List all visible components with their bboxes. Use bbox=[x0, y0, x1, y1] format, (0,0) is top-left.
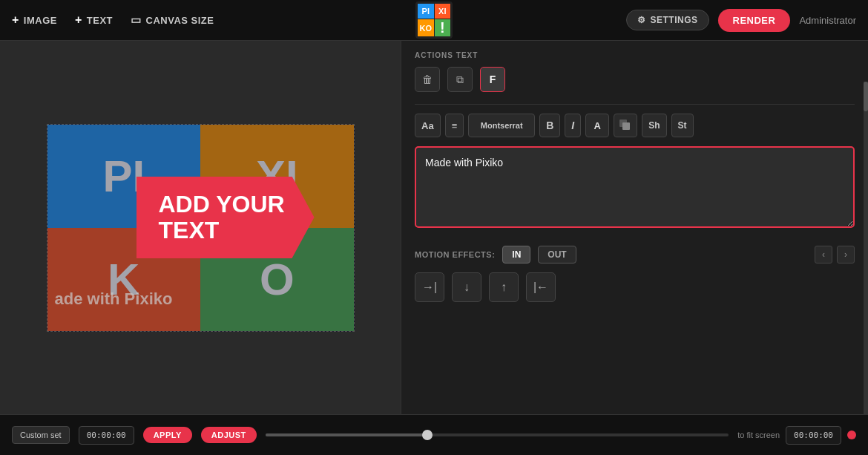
zoom-label: to fit screen bbox=[737, 431, 780, 439]
time-display-2: 00:00:00 bbox=[786, 426, 841, 445]
right-scrollbar[interactable] bbox=[864, 82, 868, 414]
header-right: ⚙ SETTINGS RENDER Administrator bbox=[626, 9, 856, 32]
gear-icon: ⚙ bbox=[637, 15, 646, 25]
italic-button[interactable]: I bbox=[565, 114, 581, 137]
motion-in-tab[interactable]: IN bbox=[502, 246, 530, 263]
plus-icon: + bbox=[12, 13, 19, 27]
actions-text-label: ACTIONS TEXT bbox=[415, 51, 855, 59]
filter-button[interactable]: F bbox=[480, 67, 505, 92]
canvas-size-label: CANVAS SIZE bbox=[146, 15, 214, 26]
right-panel: ACTIONS TEXT 🗑 ⧉ F Aa ≡ Montserrat B I A bbox=[401, 41, 868, 414]
logo-cell-xi: XI bbox=[435, 4, 451, 19]
bg-color-button[interactable] bbox=[614, 114, 637, 137]
callout-line1: ADD YOUR bbox=[159, 192, 292, 217]
motion-section: MOTION EFFECTS: IN OUT ‹ › →| ↓ ↑ |← bbox=[415, 246, 855, 302]
timeline-track[interactable] bbox=[266, 433, 729, 436]
divider-1 bbox=[415, 104, 855, 105]
canvas-size-button[interactable]: ▭ CANVAS SIZE bbox=[131, 13, 214, 27]
admin-label: Administrator bbox=[799, 15, 856, 26]
motion-arrows: ‹ › bbox=[815, 246, 855, 263]
text-color-button[interactable]: A bbox=[585, 114, 609, 137]
motion-out-tab[interactable]: OUT bbox=[538, 246, 576, 263]
text-input[interactable] bbox=[415, 146, 855, 228]
header: + IMAGE + TEXT ▭ CANVAS SIZE PI XI KO ! … bbox=[0, 0, 868, 41]
text-size-button[interactable]: Aa bbox=[415, 114, 441, 137]
plus-icon-text: + bbox=[75, 13, 82, 27]
logo-cell-pi: PI bbox=[418, 4, 434, 19]
settings-label: SETTINGS bbox=[651, 15, 698, 25]
settings-button[interactable]: ⚙ SETTINGS bbox=[626, 10, 709, 30]
render-button[interactable]: RENDER bbox=[718, 9, 791, 32]
bottom-right: to fit screen 00:00:00 bbox=[737, 426, 856, 445]
motion-arrow-down-button[interactable]: ↓ bbox=[452, 272, 481, 302]
motion-prev-button[interactable]: ‹ bbox=[815, 246, 832, 263]
header-left: + IMAGE + TEXT ▭ CANVAS SIZE bbox=[12, 13, 214, 27]
motion-icons-row: →| ↓ ↑ |← bbox=[415, 272, 855, 302]
right-panel-inner: ACTIONS TEXT 🗑 ⧉ F Aa ≡ Montserrat B I A bbox=[401, 41, 868, 312]
text-label: TEXT bbox=[87, 15, 113, 26]
motion-arrow-left-button[interactable]: |← bbox=[526, 272, 556, 302]
font-picker-button[interactable]: Montserrat bbox=[468, 114, 535, 137]
logo-box: PI XI KO ! bbox=[415, 1, 453, 39]
align-button[interactable]: ≡ bbox=[445, 114, 464, 137]
logo-cell-dot: ! bbox=[435, 19, 451, 36]
canvas-area: PI XI K O ADD YOUR TEXT ade with Pixiko bbox=[0, 41, 401, 414]
time-display-1: 00:00:00 bbox=[79, 426, 134, 445]
logo-cell-ko: KO bbox=[418, 19, 434, 36]
motion-arrow-right-button[interactable]: →| bbox=[415, 272, 444, 302]
shadow-icon bbox=[619, 119, 632, 132]
callout-line2: TEXT bbox=[159, 217, 292, 243]
action-icons-row: 🗑 ⧉ F bbox=[415, 67, 855, 92]
svg-rect-1 bbox=[622, 122, 630, 130]
canvas-bottom-text: ade with Pixiko bbox=[55, 289, 173, 309]
adjust-button[interactable]: ADJUST bbox=[201, 427, 257, 443]
motion-arrow-up-button[interactable]: ↑ bbox=[489, 272, 519, 302]
timeline-handle[interactable] bbox=[422, 430, 433, 440]
image-label: IMAGE bbox=[24, 15, 57, 26]
logo: PI XI KO ! bbox=[415, 1, 453, 39]
canvas-preview[interactable]: PI XI K O ADD YOUR TEXT ade with Pixiko bbox=[47, 124, 355, 332]
toolbar-row: Aa ≡ Montserrat B I A Sh St bbox=[415, 114, 855, 137]
bottom-bar: Custom set 00:00:00 APPLY ADJUST to fit … bbox=[0, 414, 868, 455]
duplicate-button[interactable]: ⧉ bbox=[447, 67, 473, 92]
st-button[interactable]: St bbox=[671, 114, 694, 137]
bold-button[interactable]: B bbox=[539, 114, 560, 137]
add-image-button[interactable]: + IMAGE bbox=[12, 13, 57, 27]
text-callout[interactable]: ADD YOUR TEXT bbox=[137, 177, 315, 258]
custom-set-button[interactable]: Custom set bbox=[12, 426, 70, 444]
motion-header: MOTION EFFECTS: IN OUT ‹ › bbox=[415, 246, 855, 263]
logo-inner: PI XI KO ! bbox=[418, 4, 450, 36]
sh-button[interactable]: Sh bbox=[642, 114, 666, 137]
canvas-icon: ▭ bbox=[131, 13, 142, 27]
add-text-button[interactable]: + TEXT bbox=[75, 13, 113, 27]
timeline-progress bbox=[266, 433, 428, 436]
trash-button[interactable]: 🗑 bbox=[415, 67, 440, 92]
scrollbar-thumb bbox=[864, 82, 868, 111]
motion-next-button[interactable]: › bbox=[837, 246, 855, 263]
motion-label: MOTION EFFECTS: bbox=[415, 250, 495, 259]
record-button[interactable] bbox=[847, 431, 856, 439]
color-label: A bbox=[594, 120, 601, 131]
apply-button[interactable]: APPLY bbox=[143, 427, 192, 443]
